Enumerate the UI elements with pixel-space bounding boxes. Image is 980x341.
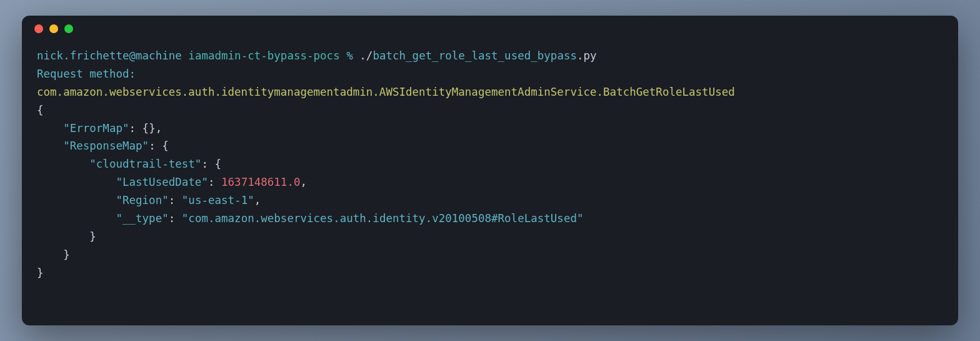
json-val-type: "com.amazon.webservices.auth.identity.v2… (182, 212, 584, 225)
prompt-user-host: nick.frichette@machine (37, 49, 182, 62)
prompt-context: iamadmin-ct-bypass-pocs (188, 49, 339, 62)
json-key-lastused: "LastUsedDate" (116, 176, 208, 188)
json-key-responsemap: "ResponseMap" (63, 140, 149, 152)
json-open: { (37, 104, 44, 116)
terminal-content[interactable]: nick.frichette@machine iamadmin-ct-bypas… (22, 42, 958, 325)
output-method: com.amazon.webservices.auth.identitymana… (37, 86, 735, 98)
json-key-errormap: "ErrorMap" (63, 122, 129, 135)
json-close: } (37, 267, 44, 279)
close-icon[interactable] (34, 24, 43, 33)
cmd-name: batch_get_role_last_used_bypass (372, 49, 577, 62)
json-key-region: "Region" (116, 194, 168, 206)
json-val-errormap: {} (142, 122, 156, 135)
output-label: Request method: (37, 68, 136, 80)
maximize-icon[interactable] (64, 24, 73, 33)
window-title-bar (22, 16, 958, 42)
json-key-cloudtrail: "cloudtrail-test" (89, 158, 201, 170)
cmd-ext: .py (577, 49, 597, 62)
cmd-prefix: ./ (359, 49, 372, 62)
minimize-icon[interactable] (49, 24, 58, 33)
json-val-lastused: 1637148611.0 (221, 176, 300, 188)
terminal-window: nick.frichette@machine iamadmin-ct-bypas… (22, 16, 958, 325)
json-key-type: "__type" (116, 212, 168, 225)
prompt-symbol: % (346, 49, 353, 62)
json-val-region: "us-east-1" (182, 194, 254, 206)
